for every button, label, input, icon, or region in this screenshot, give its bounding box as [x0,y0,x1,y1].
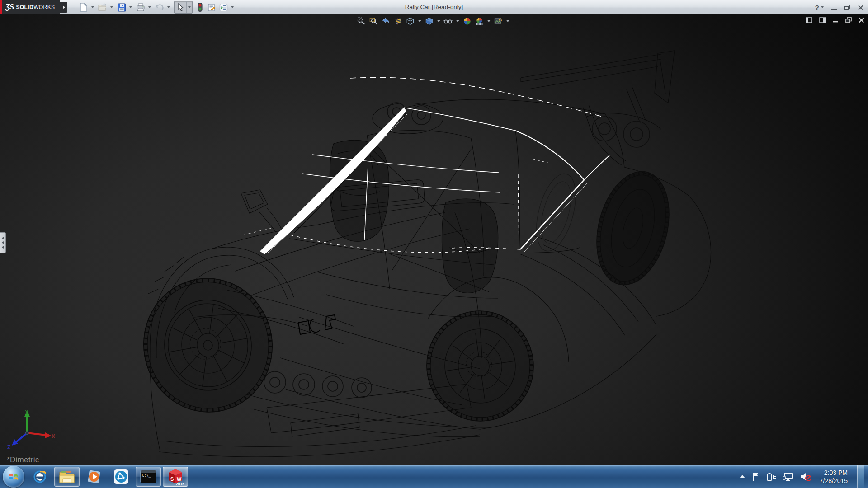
zoom-to-fit-icon [357,17,365,25]
flag-icon [752,472,760,481]
view-orientation-label: *Dimetric [7,455,39,465]
clock-time: 2:03 PM [820,469,848,477]
apply-scene-dropdown[interactable] [486,16,491,26]
view-settings-button[interactable] [493,16,503,26]
chevron-left-icon [2,241,4,244]
print-icon [136,3,145,12]
undo-icon [155,3,164,11]
show-desktop-button[interactable] [857,465,864,488]
select-tool-button[interactable] [175,1,186,13]
logo-mark: ƷS [5,3,14,11]
action-center-button[interactable] [752,472,760,481]
zoom-to-area-button[interactable] [368,16,378,26]
eyeglasses-icon [443,18,453,25]
solidworks-logo: ƷS SOLIDWORKS [0,0,60,14]
display-style-dropdown[interactable] [436,16,441,26]
volume-muted-button[interactable] [800,472,811,482]
pane-right-button[interactable] [819,17,826,23]
undo-button[interactable] [154,1,165,13]
menu-bar-toolbar [78,1,236,14]
edit-appearance-button[interactable] [462,16,472,26]
folder-icon [59,469,75,484]
apply-scene-button[interactable] [474,16,484,26]
system-tray: 2:03 PM 7/28/2015 [739,465,868,488]
solidworks-app-icon: S W 2015 [167,468,184,485]
options-button[interactable] [217,1,229,13]
open-dropdown[interactable] [108,1,114,13]
file-properties-button[interactable] [206,1,217,13]
section-view-button[interactable] [393,16,403,26]
taskbar-app-internet-explorer[interactable] [27,467,52,487]
reference-triad: Y X Z [6,408,56,450]
edit-appearance-icon [463,17,471,25]
view-orientation-dropdown[interactable] [417,16,422,26]
select-tool-group [174,1,193,14]
apply-scene-icon [475,17,483,25]
view-orientation-button[interactable] [405,16,415,26]
start-button[interactable] [3,466,24,488]
taskbar-app-command-prompt[interactable]: C:\_ [136,467,161,487]
file-properties-icon [208,3,216,12]
taskbar-app-media-player[interactable] [81,467,107,487]
chevron-left-icon [2,237,4,239]
taskbar-app-network-app[interactable] [108,467,134,487]
logo-name: SOLIDWORKS [16,4,55,10]
taskbar: C:\_ S W 2015 [0,465,868,488]
pane-left-button[interactable] [806,17,812,23]
screen: ƷS SOLIDWORKS [0,0,868,488]
open-button[interactable] [97,1,108,13]
new-document-button[interactable] [78,1,90,13]
doc-minimize-button[interactable] [833,17,839,23]
new-document-dropdown[interactable] [90,1,95,13]
select-tool-dropdown[interactable] [186,1,192,13]
feature-manager-collapsed-tab[interactable] [0,232,6,253]
logo-red-accent [0,0,2,14]
restore-button[interactable] [844,5,850,10]
display-style-button[interactable] [424,16,434,26]
menu-expand-button[interactable] [60,2,67,13]
rebuild-traffic-light-icon [198,3,203,12]
rebuild-button[interactable] [194,1,206,13]
graphics-viewport[interactable]: Y X Z *Dimetric [0,14,868,465]
print-button[interactable] [135,1,146,13]
taskbar-app-solidworks[interactable]: S W 2015 [163,467,188,487]
network-status-button[interactable] [783,472,793,481]
doc-restore-button[interactable] [845,17,852,23]
clock-date: 7/28/2015 [820,477,848,485]
network-app-icon [113,469,129,485]
save-button[interactable] [116,1,127,13]
internet-explorer-icon [32,469,47,484]
previous-view-icon [382,17,390,25]
show-hidden-icons-button[interactable] [739,474,745,479]
view-settings-icon [494,18,502,25]
options-dropdown[interactable] [229,1,235,13]
save-dropdown[interactable] [127,1,133,13]
car-wireframe-model [0,14,868,465]
minimize-button[interactable] [831,9,837,10]
sw-cube-right-letter: W [177,476,182,482]
help-button[interactable]: ? [815,4,824,11]
doc-close-button[interactable] [859,17,864,23]
document-window-controls [806,17,864,23]
chevron-up-icon [739,474,745,479]
command-prompt-icon: C:\_ [140,470,156,483]
command-prompt-label: C:\_ [142,474,151,478]
triad-z-label: Z [7,444,10,450]
power-status-button[interactable] [766,472,776,481]
panel-edge-divider [0,14,0,465]
speaker-muted-icon [800,472,811,482]
zoom-to-fit-button[interactable] [356,16,366,26]
help-icon: ? [815,4,819,11]
close-button[interactable] [858,5,863,10]
previous-view-button[interactable] [381,16,391,26]
taskbar-clock[interactable]: 2:03 PM 7/28/2015 [818,469,849,485]
hide-show-items-button[interactable] [443,16,453,26]
section-view-icon [394,17,402,25]
hide-show-items-dropdown[interactable] [455,16,460,26]
undo-dropdown[interactable] [165,1,171,13]
network-display-icon [783,472,793,481]
view-settings-dropdown[interactable] [505,16,510,26]
taskbar-app-windows-explorer[interactable] [54,467,80,487]
print-dropdown[interactable] [146,1,152,13]
sw-year-label: 2015 [176,482,184,486]
